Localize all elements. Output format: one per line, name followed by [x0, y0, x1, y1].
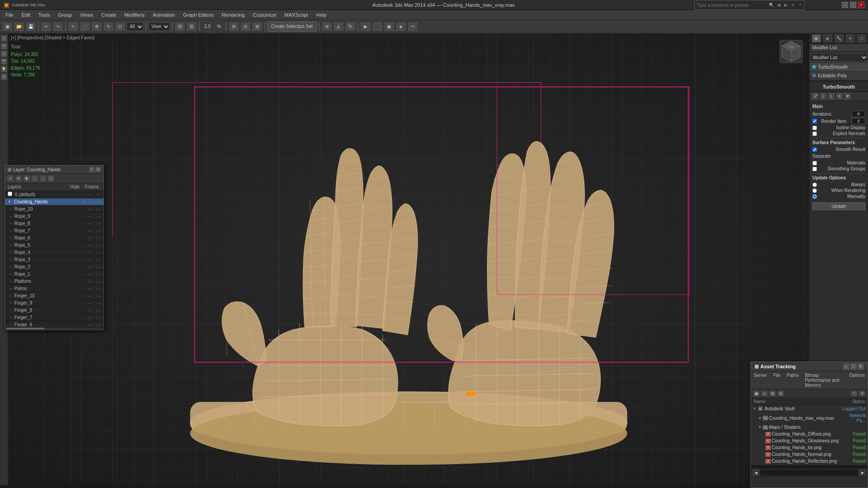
layer-item-finger6[interactable]: • Finger_6 — —: [5, 321, 104, 326]
layer-item-rope5[interactable]: • Rope_5 — —: [5, 242, 104, 249]
layer-check-default[interactable]: [8, 192, 12, 197]
layer-expand-counting[interactable]: ▼: [8, 200, 11, 204]
search-help-icon[interactable]: ?: [797, 2, 803, 8]
menu-help[interactable]: Help: [312, 11, 330, 19]
layer-item-platform[interactable]: • Platform — —: [5, 278, 104, 285]
rp-tab-motion[interactable]: ◈: [823, 34, 832, 42]
asset-menu-server[interactable]: Server: [753, 372, 768, 388]
mod-next-btn[interactable]: ⟩: [828, 93, 835, 100]
lt-camera[interactable]: 📷: [1, 58, 7, 65]
search-next-icon[interactable]: ▶: [783, 2, 789, 8]
asset-tb-btn2[interactable]: ≡: [761, 390, 768, 397]
ts-render-iters-check[interactable]: [812, 119, 817, 123]
asset-diffuse-row[interactable]: T Counting_Hands_Diffuse.png Found: [751, 431, 868, 437]
toolbar-open[interactable]: 📂: [14, 22, 24, 32]
asset-tb-btn3[interactable]: ⊞: [769, 390, 776, 397]
toolbar-link[interactable]: ⛓: [175, 22, 185, 32]
toolbar-view-select[interactable]: View: [148, 22, 170, 31]
search-icon[interactable]: 🔍: [768, 2, 774, 8]
asset-tb-help[interactable]: ?: [850, 390, 858, 397]
modifier-editable-poly[interactable]: Editable Poly: [810, 71, 868, 80]
ts-manually-radio[interactable]: [812, 194, 817, 199]
asset-reflection-row[interactable]: T Counting_Hands_Reflection.png Found: [751, 458, 868, 465]
rp-tab-utility[interactable]: 🔧: [835, 34, 844, 42]
menu-maxscript[interactable]: MAXScript: [281, 11, 311, 19]
ts-update-button[interactable]: Update: [812, 202, 865, 210]
toolbar-redo[interactable]: ↪: [52, 22, 63, 32]
lt-select[interactable]: ↖: [1, 35, 7, 42]
asset-vault-row[interactable]: ▼ 🏛 Autodesk Vault Logged Out: [751, 405, 868, 412]
layers-scrollbar[interactable]: [5, 326, 104, 330]
modifier-turbosmooth[interactable]: TurboSmooth: [810, 63, 868, 71]
asset-lor-row[interactable]: T Counting_Hands_lor.png Found: [751, 444, 868, 451]
layers-move-up-btn[interactable]: ↑: [31, 175, 38, 182]
asset-tb-refresh[interactable]: ↺: [859, 390, 866, 397]
layer-item-palms[interactable]: • Palms — —: [5, 285, 104, 292]
asset-menu-paths[interactable]: Paths: [786, 372, 800, 388]
ts-smooth-result-check[interactable]: [812, 147, 817, 152]
toolbar-unlink[interactable]: ⛓: [186, 22, 197, 32]
ts-isoline-check[interactable]: [812, 126, 817, 130]
maximize-button[interactable]: □: [850, 2, 856, 8]
toolbar-snap[interactable]: ⊕: [321, 22, 332, 32]
ts-when-rendering-radio[interactable]: [812, 188, 817, 193]
layers-move-dn-btn[interactable]: ↓: [39, 175, 47, 182]
nav-cube[interactable]: TOP: [778, 38, 805, 65]
layers-scroll-thumb[interactable]: [6, 328, 45, 329]
menu-group[interactable]: Group: [54, 11, 75, 19]
asset-menu-file[interactable]: File: [772, 372, 781, 388]
asset-max-btn[interactable]: □: [850, 363, 857, 370]
toolbar-undo[interactable]: ↩: [41, 22, 52, 32]
toolbar-render[interactable]: ▶: [360, 22, 371, 32]
layers-add-btn[interactable]: +: [7, 175, 14, 182]
ts-iterations-input[interactable]: [852, 111, 865, 117]
lt-light[interactable]: 💡: [1, 66, 7, 72]
toolbar-curve[interactable]: 〜: [407, 22, 418, 32]
toolbar-select-region[interactable]: ⬚: [80, 22, 90, 32]
lt-paint[interactable]: ✎: [1, 43, 7, 49]
asset-bottom-btn2[interactable]: ▶: [859, 469, 866, 476]
layer-item-finger9[interactable]: • Finger_9 — —: [5, 300, 104, 307]
toolbar-move[interactable]: ✥: [91, 22, 102, 32]
asset-menu-options[interactable]: Options: [849, 372, 866, 388]
create-selection-button[interactable]: Create Selection Set: [267, 22, 317, 32]
toolbar-render-active[interactable]: ▣: [384, 22, 395, 32]
lt-helper[interactable]: ✛: [1, 74, 7, 80]
toolbar-material[interactable]: ◈: [396, 22, 406, 32]
rp-tab-modify[interactable]: ⬡: [857, 34, 866, 42]
layer-check-default-input[interactable]: [8, 192, 12, 196]
layers-highlight-btn[interactable]: ⬡: [47, 175, 55, 182]
mod-collapse-btn[interactable]: ▼: [844, 93, 851, 100]
ts-smoothing-check[interactable]: [812, 167, 817, 171]
layers-close-btn[interactable]: ✕: [95, 167, 101, 172]
layer-item-finger10[interactable]: • Finger_10 — —: [5, 292, 104, 300]
mod-prev-btn[interactable]: ⟨: [820, 93, 827, 100]
asset-maxfile-row[interactable]: ▼ M Counting_Hands_max_vray.max Network …: [751, 412, 868, 424]
search-close-icon[interactable]: ✕: [790, 2, 796, 8]
layers-help-btn[interactable]: ?: [89, 167, 94, 172]
asset-close-btn[interactable]: ✕: [858, 363, 864, 370]
close-button[interactable]: ✕: [858, 2, 864, 8]
menu-views[interactable]: Views: [76, 11, 97, 19]
menu-create[interactable]: Create: [98, 11, 120, 19]
asset-bottom-btn1[interactable]: ◀: [753, 469, 759, 476]
menu-graph-editors[interactable]: Graph Editors: [179, 11, 217, 19]
menu-animation[interactable]: Animation: [149, 11, 179, 19]
toolbar-btn2[interactable]: ⊟: [240, 22, 251, 32]
search-input[interactable]: [695, 0, 767, 9]
layer-item-rope7[interactable]: • Rope_7 — —: [5, 227, 104, 235]
asset-tb-btn4[interactable]: ⊟: [777, 390, 784, 397]
layer-item-rope2[interactable]: • Rope_2 — —: [5, 263, 104, 271]
menu-file[interactable]: File: [2, 11, 17, 19]
search-prev-icon[interactable]: ◀: [775, 2, 782, 8]
ts-explicit-check[interactable]: [812, 131, 817, 136]
toolbar-angle-snap[interactable]: ∡: [333, 22, 344, 32]
asset-min-btn[interactable]: –: [843, 363, 849, 370]
layer-item-rope1[interactable]: • Rope_1 — —: [5, 271, 104, 278]
layer-item-rope4[interactable]: • Rope_4 — —: [5, 249, 104, 256]
modifier-list-select[interactable]: Modifier List: [810, 53, 868, 62]
asset-scroll-track[interactable]: [760, 469, 859, 476]
layer-item-rope3[interactable]: • Rope_3 — —: [5, 256, 104, 263]
layer-item-finger8[interactable]: • Finger_8 — —: [5, 307, 104, 314]
mod-del-btn[interactable]: ✕: [836, 93, 843, 100]
